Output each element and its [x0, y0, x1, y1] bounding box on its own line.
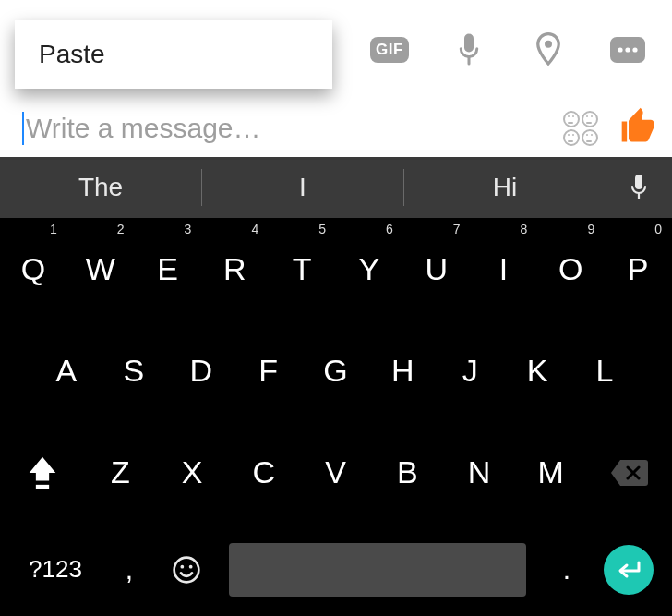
gif-icon: GIF	[370, 37, 409, 63]
enter-icon	[615, 559, 642, 581]
soft-keyboard: The I Hi Q1W2E3R4T5Y6U7I8O9P0 ASDFGHJKL …	[0, 157, 672, 616]
svg-point-12	[189, 565, 193, 569]
key-x[interactable]: X	[157, 422, 229, 524]
key-q[interactable]: Q1	[0, 218, 67, 320]
enter-key[interactable]	[594, 545, 663, 595]
key-f[interactable]: F	[235, 320, 303, 421]
key-hint: 1	[50, 222, 58, 236]
smile-icon	[172, 555, 201, 585]
space-key[interactable]	[229, 543, 526, 597]
composer-row: Write a message…	[0, 100, 672, 157]
enter-circle	[604, 545, 654, 595]
emoji-picker-button[interactable]	[563, 111, 598, 146]
svg-point-6	[632, 47, 637, 52]
space-bar	[229, 543, 526, 597]
key-v[interactable]: V	[300, 422, 372, 524]
backspace-key[interactable]	[587, 422, 672, 524]
svg-point-2	[545, 41, 552, 48]
key-p[interactable]: P0	[605, 218, 672, 320]
symbols-key[interactable]: ?123	[9, 555, 102, 584]
key-n[interactable]: N	[444, 422, 516, 524]
key-j[interactable]: J	[437, 320, 504, 421]
context-menu-paste[interactable]: Paste	[15, 20, 332, 89]
key-t[interactable]: T5	[269, 218, 336, 320]
emoji-key[interactable]	[157, 555, 216, 585]
comma-key[interactable]: ,	[102, 554, 157, 586]
key-w[interactable]: W2	[67, 218, 135, 320]
like-button[interactable]	[618, 106, 659, 151]
emoji-face-icon	[582, 129, 598, 146]
paste-label: Paste	[39, 40, 105, 69]
emoji-face-icon	[582, 111, 598, 127]
key-hint: 4	[251, 222, 259, 236]
voice-button[interactable]	[447, 28, 491, 72]
key-hint: 2	[117, 222, 126, 236]
emoji-face-icon	[563, 129, 580, 146]
key-hint: 7	[453, 222, 462, 236]
location-pin-icon	[534, 31, 562, 68]
keyboard-row-2: ASDFGHJKL	[0, 320, 672, 421]
key-s[interactable]: S	[101, 320, 168, 421]
svg-rect-0	[464, 34, 474, 53]
key-hint: 0	[654, 222, 663, 236]
key-h[interactable]: H	[369, 320, 437, 421]
key-l[interactable]: L	[571, 320, 639, 421]
key-i[interactable]: I8	[471, 218, 538, 320]
key-a[interactable]: A	[33, 320, 101, 421]
svg-rect-7	[635, 175, 642, 189]
suggestion-bar: The I Hi	[0, 157, 672, 218]
emoji-face-icon	[563, 111, 580, 127]
location-button[interactable]	[526, 28, 570, 72]
key-hint: 3	[185, 222, 193, 236]
suggestion-3[interactable]: Hi	[404, 173, 606, 202]
key-z[interactable]: Z	[85, 422, 157, 524]
microphone-icon	[628, 173, 650, 202]
key-y[interactable]: Y6	[336, 218, 403, 320]
shift-key[interactable]	[0, 422, 85, 524]
message-placeholder: Write a message…	[26, 113, 261, 144]
key-hint: 6	[386, 222, 394, 236]
shift-icon	[26, 454, 59, 491]
suggestion-1[interactable]: The	[0, 173, 201, 202]
text-cursor	[22, 112, 24, 145]
svg-point-5	[625, 47, 630, 52]
key-hint: 5	[318, 222, 327, 236]
microphone-icon	[455, 32, 483, 67]
svg-point-4	[618, 47, 622, 52]
key-r[interactable]: R4	[201, 218, 269, 320]
message-input[interactable]: Write a message…	[22, 112, 563, 145]
keyboard-row-4: ?123 , .	[0, 524, 672, 616]
more-icon	[609, 36, 646, 64]
suggestion-2[interactable]: I	[202, 173, 403, 202]
svg-rect-9	[36, 485, 49, 489]
key-hint: 9	[587, 222, 595, 236]
keyboard-voice-button[interactable]	[606, 173, 672, 202]
keyboard-row-1: Q1W2E3R4T5Y6U7I8O9P0	[0, 218, 672, 320]
key-hint: 8	[521, 222, 529, 236]
key-k[interactable]: K	[504, 320, 571, 421]
key-u[interactable]: U7	[403, 218, 471, 320]
key-c[interactable]: C	[228, 422, 300, 524]
more-button[interactable]	[606, 28, 650, 72]
svg-point-11	[180, 565, 184, 569]
period-key[interactable]: .	[539, 554, 594, 586]
thumbs-up-icon	[618, 106, 659, 147]
key-o[interactable]: O9	[537, 218, 605, 320]
key-m[interactable]: M	[515, 422, 587, 524]
key-g[interactable]: G	[303, 320, 370, 421]
backspace-icon	[609, 457, 650, 489]
key-d[interactable]: D	[168, 320, 235, 421]
key-e[interactable]: E3	[135, 218, 202, 320]
key-b[interactable]: B	[372, 422, 444, 524]
gif-button[interactable]: GIF	[367, 28, 412, 72]
keyboard-row-3: ZXCVBNM	[0, 422, 672, 524]
svg-point-10	[174, 558, 199, 583]
